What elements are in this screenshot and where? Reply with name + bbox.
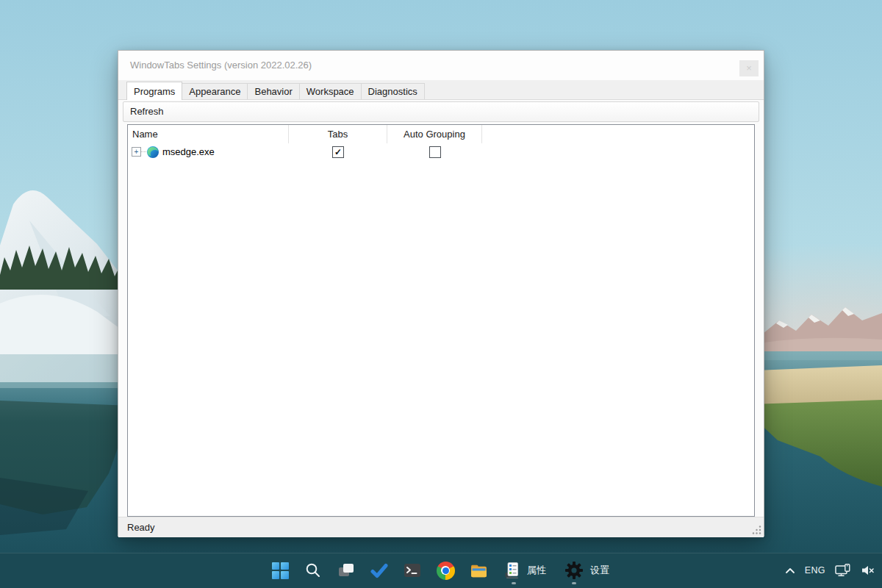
todo-button[interactable]: [365, 556, 393, 585]
terminal-icon: [404, 562, 421, 579]
properties-window-button[interactable]: 属性: [498, 556, 553, 585]
program-name: msedge.exe: [162, 146, 215, 157]
display-network-icon[interactable]: [835, 564, 852, 577]
task-view-icon: [337, 562, 355, 579]
expand-button[interactable]: +: [132, 147, 141, 157]
search-icon: [304, 562, 322, 579]
properties-icon: [504, 562, 520, 580]
windows-logo-icon: [272, 562, 289, 579]
tray-overflow-button[interactable]: [785, 567, 795, 574]
close-button[interactable]: ×: [739, 60, 759, 76]
settings-window-button[interactable]: 设置: [558, 556, 616, 585]
resize-grip[interactable]: [751, 525, 761, 535]
checkmark-icon: [370, 561, 389, 580]
programs-table: Name Tabs Auto Grouping +: [127, 124, 755, 517]
programs-tab-page: Refresh Name Tabs Auto Grouping +: [118, 100, 764, 536]
column-header-filler: [482, 125, 754, 143]
auto-grouping-checkbox[interactable]: [429, 146, 441, 158]
gear-icon: [564, 561, 584, 580]
table-row[interactable]: + msedge.ex: [128, 143, 754, 160]
start-button[interactable]: [266, 556, 294, 585]
running-indicator: [512, 582, 516, 584]
title-bar[interactable]: WindowTabs Settings (version 2022.02.26)…: [118, 51, 764, 80]
tab-diagnostics[interactable]: Diagnostics: [361, 83, 425, 99]
window-title: WindowTabs Settings (version 2022.02.26): [130, 51, 312, 80]
tab-programs[interactable]: Programs: [126, 82, 182, 100]
properties-label: 属性: [527, 564, 546, 577]
language-indicator[interactable]: ENG: [805, 565, 825, 576]
taskbar: 属性 设置: [0, 553, 882, 588]
menu-bar: Refresh: [123, 101, 759, 122]
tab-behavior[interactable]: Behavior: [247, 83, 299, 99]
desktop: { "window": { "title": "WindowTabs Setti…: [0, 0, 882, 588]
status-text: Ready: [127, 522, 155, 533]
table-header: Name Tabs Auto Grouping: [128, 125, 754, 143]
volume-muted-icon[interactable]: [861, 564, 875, 576]
tab-workspace[interactable]: Workspace: [299, 83, 362, 99]
system-tray: ENG: [785, 556, 875, 585]
windowtabs-settings-window: WindowTabs Settings (version 2022.02.26)…: [118, 50, 764, 537]
file-explorer-button[interactable]: [465, 556, 492, 585]
task-view-button[interactable]: [332, 556, 360, 585]
refresh-menu-item[interactable]: Refresh: [123, 103, 171, 121]
status-bar: Ready: [118, 517, 764, 537]
folder-icon: [470, 562, 488, 580]
column-header-tabs[interactable]: Tabs: [289, 125, 387, 143]
tab-strip: Programs Appearance Behavior Workspace D…: [118, 80, 764, 100]
running-indicator: [572, 582, 576, 584]
tree-connector: [141, 151, 146, 152]
tabs-checkbox[interactable]: ✓: [332, 146, 344, 158]
tab-appearance[interactable]: Appearance: [182, 83, 248, 99]
column-header-name[interactable]: Name: [128, 125, 289, 143]
terminal-button[interactable]: [398, 556, 426, 585]
edge-icon: [147, 146, 159, 158]
chrome-button[interactable]: [431, 556, 459, 585]
search-button[interactable]: [299, 556, 327, 585]
settings-label: 设置: [590, 564, 609, 577]
column-header-auto-grouping[interactable]: Auto Grouping: [387, 125, 482, 143]
chrome-icon: [437, 562, 455, 580]
taskbar-center-group: 属性 设置: [266, 556, 616, 585]
